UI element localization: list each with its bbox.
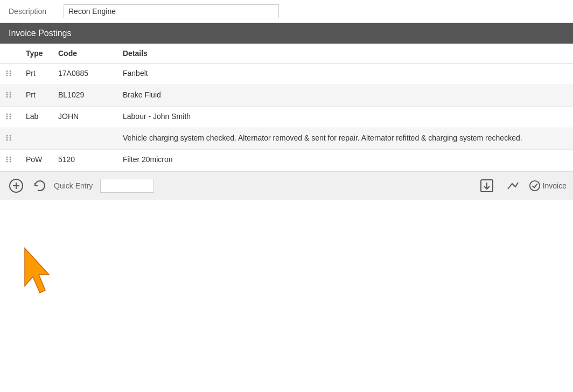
download-button[interactable] (477, 176, 497, 195)
row-details: Labour - John Smith (118, 107, 573, 128)
svg-point-35 (529, 181, 539, 191)
svg-point-10 (6, 96, 8, 98)
svg-point-21 (10, 137, 11, 139)
row-details: Filter 20micron (118, 150, 573, 171)
row-code: JOHN (54, 107, 118, 128)
col-details-header: Details (118, 44, 573, 64)
table-row: LabJOHNLabour - John Smith (0, 107, 573, 128)
table-row: PrtBL1029Brake Fluid (0, 85, 573, 107)
svg-point-11 (10, 96, 11, 98)
svg-point-12 (6, 114, 8, 115)
col-icon-header (0, 44, 22, 64)
page-wrapper: Description Invoice Postings Type Code D… (0, 0, 573, 200)
svg-point-25 (10, 157, 11, 158)
stats-button[interactable] (503, 176, 522, 195)
quick-entry-label: Quick Entry (54, 181, 93, 190)
svg-point-0 (6, 71, 8, 72)
svg-point-19 (10, 135, 11, 137)
table-row: Prt17A0885Fanbelt (0, 64, 573, 85)
table-body: Prt17A0885Fanbelt PrtBL1029Brake Fluid L… (0, 64, 573, 171)
svg-point-4 (6, 75, 8, 76)
quick-entry-input[interactable] (100, 179, 154, 193)
postings-table: Type Code Details Prt17A0885Fanbelt PrtB… (0, 44, 573, 171)
svg-point-14 (6, 116, 8, 117)
description-bar: Description (0, 0, 573, 23)
row-details: Fanbelt (118, 64, 573, 85)
col-type-header: Type (22, 44, 54, 64)
row-type: Lab (22, 107, 54, 128)
table-header: Type Code Details (0, 44, 573, 64)
svg-point-28 (6, 161, 8, 163)
refresh-button[interactable] (30, 176, 50, 195)
invoice-label: Invoice (543, 181, 567, 190)
svg-point-5 (10, 75, 11, 76)
col-code-header: Code (54, 44, 118, 64)
svg-point-20 (6, 137, 8, 139)
cursor-arrow (19, 246, 62, 299)
svg-point-3 (10, 73, 11, 74)
row-drag-icon[interactable] (0, 64, 22, 85)
row-details: Brake Fluid (118, 85, 573, 107)
row-type: Prt (22, 85, 54, 107)
invoice-button[interactable]: Invoice (529, 180, 567, 192)
row-type: Prt (22, 64, 54, 85)
svg-point-15 (10, 116, 11, 117)
svg-point-29 (10, 161, 11, 163)
row-code: BL1029 (54, 85, 118, 107)
row-drag-icon[interactable] (0, 150, 22, 171)
add-button[interactable] (6, 176, 26, 195)
row-code: 5120 (54, 150, 118, 171)
row-drag-icon[interactable] (0, 107, 22, 128)
row-details: Vehicle charging system checked. Alterna… (118, 128, 573, 150)
svg-point-26 (6, 159, 8, 160)
svg-point-16 (6, 118, 8, 120)
svg-point-13 (10, 114, 11, 115)
row-code (54, 128, 118, 150)
svg-point-27 (10, 159, 11, 160)
svg-point-22 (6, 139, 8, 141)
section-header: Invoice Postings (0, 23, 573, 44)
toolbar-right: Invoice (477, 176, 567, 195)
svg-point-1 (10, 71, 11, 72)
description-input[interactable] (64, 4, 279, 18)
svg-point-17 (10, 118, 11, 120)
table-row: PoW5120Filter 20micron (0, 150, 573, 171)
svg-point-8 (6, 94, 8, 96)
svg-marker-36 (25, 248, 49, 293)
row-code: 17A0885 (54, 64, 118, 85)
row-type: PoW (22, 150, 54, 171)
svg-point-7 (10, 92, 11, 94)
row-type (22, 128, 54, 150)
table-row: Vehicle charging system checked. Alterna… (0, 128, 573, 150)
svg-point-18 (6, 135, 8, 137)
description-label: Description (9, 7, 57, 16)
svg-point-24 (6, 157, 8, 158)
svg-point-2 (6, 73, 8, 74)
row-drag-icon[interactable] (0, 128, 22, 150)
row-drag-icon[interactable] (0, 85, 22, 107)
toolbar: Quick Entry Invoice (0, 171, 573, 200)
svg-point-6 (6, 92, 8, 94)
section-title: Invoice Postings (9, 29, 72, 38)
svg-point-23 (10, 139, 11, 141)
svg-point-9 (10, 94, 11, 96)
